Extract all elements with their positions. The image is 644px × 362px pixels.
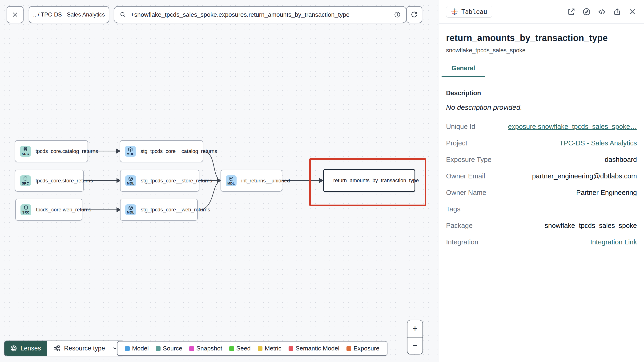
canvas-toolbar: Lenses Resource type <box>4 340 124 356</box>
resource-type-legend: Model Source Snapshot Seed Metric Semant… <box>117 341 388 356</box>
model-badge: MDL <box>125 146 136 157</box>
legend-swatch <box>189 346 194 351</box>
details-panel-header: Tableau <box>439 0 644 24</box>
legend-swatch <box>258 346 262 351</box>
legend-item: Exposure <box>346 345 380 352</box>
search-icon <box>119 11 126 18</box>
node-label: int_returns__unioned <box>241 178 290 184</box>
tableau-integration-chip: Tableau <box>446 6 492 18</box>
node-label: tpcds_core.store_returns <box>36 178 93 184</box>
node-label: stg_tpcds_core__web_returns <box>141 207 210 213</box>
project-link[interactable]: TPC-DS - Sales Analytics <box>560 139 637 147</box>
resource-package-subtitle: snowflake_tpcds_sales_spoke <box>446 47 637 54</box>
resource-title: return_amounts_by_transaction_type <box>446 33 637 43</box>
field-row-exposure-type: Exposure Type dashboard <box>446 156 637 163</box>
legend-item: Snapshot <box>189 345 222 352</box>
source-badge: SRC <box>20 175 31 186</box>
resource-type-dropdown[interactable]: Resource type <box>46 341 124 356</box>
field-row-package: Package snowflake_tpcds_sales_spoke <box>446 222 637 230</box>
legend-swatch <box>125 346 130 351</box>
node-source-web-returns[interactable]: SRC tpcds_core.web_returns <box>15 199 82 221</box>
share-icon[interactable] <box>613 7 622 16</box>
resource-type-icon <box>53 345 60 352</box>
breadcrumb-label: .. / TPC-DS - Sales Analytics <box>33 11 105 18</box>
lineage-search-bar <box>114 6 406 23</box>
close-panel-icon[interactable] <box>628 7 637 16</box>
cube-icon <box>128 205 133 211</box>
source-badge: SRC <box>20 146 31 157</box>
resource-type-label: Resource type <box>64 345 105 352</box>
node-label: tpcds_core.web_returns <box>36 207 91 213</box>
cube-icon <box>128 176 133 182</box>
node-label: stg_tpcds_core__store_returns <box>141 178 212 184</box>
model-badge: MDL <box>125 204 136 215</box>
node-exposure-return-amounts[interactable]: return_amounts_by_transaction_type <box>323 169 415 192</box>
node-model-int-returns-unioned[interactable]: MDL int_returns__unioned <box>220 170 282 192</box>
lenses-button[interactable]: Lenses <box>4 341 46 356</box>
search-input[interactable] <box>131 11 394 18</box>
database-icon <box>23 205 28 211</box>
cube-icon <box>228 176 234 182</box>
aperture-icon <box>10 345 17 352</box>
field-row-unique-id: Unique Id exposure.snowflake_tpcds_sales… <box>446 123 637 131</box>
legend-swatch <box>156 346 160 351</box>
database-icon <box>23 176 28 182</box>
field-row-owner-email: Owner Email partner_engineering@dbtlabs.… <box>446 172 637 180</box>
legend-item: Model <box>125 345 149 352</box>
zoom-out-button[interactable]: − <box>408 337 422 354</box>
tableau-icon <box>451 8 458 15</box>
close-icon <box>12 11 18 18</box>
legend-swatch <box>229 346 234 351</box>
field-row-owner-name: Owner Name Partner Engineering <box>446 189 637 197</box>
panel-actions <box>567 7 637 16</box>
tab-general[interactable]: General <box>442 65 485 77</box>
legend-item: Semantic Model <box>288 345 340 352</box>
node-source-catalog-returns[interactable]: SRC tpcds_core.catalog_returns <box>15 140 88 162</box>
legend-swatch <box>288 346 293 351</box>
node-model-stg-catalog-returns[interactable]: MDL stg_tpcds_core__catalog_returns <box>120 140 203 162</box>
node-label: stg_tpcds_core__catalog_returns <box>140 148 217 154</box>
dbt-explorer-app: SRC tpcds_core.catalog_returns SRC tpcds… <box>0 0 644 362</box>
field-row-integration: Integration Integration Link <box>446 238 637 246</box>
metadata-fields: Unique Id exposure.snowflake_tpcds_sales… <box>446 123 637 246</box>
cube-icon <box>128 147 133 152</box>
node-model-stg-store-returns[interactable]: MDL stg_tpcds_core__store_returns <box>120 170 199 192</box>
legend-item: Seed <box>229 345 251 352</box>
panel-tabs: General <box>446 65 637 77</box>
refresh-lineage-button[interactable] <box>406 6 422 23</box>
explore-compass-icon[interactable] <box>582 7 591 16</box>
field-row-tags: Tags <box>446 205 637 213</box>
legend-item: Source <box>156 345 182 352</box>
description-heading: Description <box>446 90 637 97</box>
node-label: tpcds_core.catalog_returns <box>36 148 98 154</box>
lenses-label: Lenses <box>20 345 41 352</box>
details-panel-body: return_amounts_by_transaction_type snowf… <box>439 33 644 246</box>
integration-link[interactable]: Integration Link <box>590 238 637 246</box>
node-label: return_amounts_by_transaction_type <box>333 177 419 184</box>
canvas-zoom-controls: + − <box>407 320 423 354</box>
open-in-new-icon[interactable] <box>567 7 576 16</box>
node-model-stg-web-returns[interactable]: MDL stg_tpcds_core__web_returns <box>120 199 198 221</box>
description-empty-text: No description provided. <box>446 103 637 111</box>
zoom-in-button[interactable]: + <box>408 320 422 337</box>
node-source-store-returns[interactable]: SRC tpcds_core.store_returns <box>15 170 84 192</box>
info-icon[interactable] <box>394 11 401 18</box>
code-icon[interactable] <box>598 7 606 16</box>
legend-swatch <box>346 346 351 351</box>
field-row-project: Project TPC-DS - Sales Analytics <box>446 139 637 147</box>
refresh-icon <box>410 11 418 18</box>
legend-item: Metric <box>258 345 282 352</box>
close-lineage-button[interactable] <box>6 6 24 23</box>
unique-id-link[interactable]: exposure.snowflake_tpcds_sales_spoke… <box>508 123 637 131</box>
details-panel: Tableau <box>439 0 644 362</box>
breadcrumb[interactable]: .. / TPC-DS - Sales Analytics <box>29 6 109 23</box>
database-icon <box>23 147 28 152</box>
source-badge: SRC <box>20 204 31 215</box>
lineage-canvas[interactable]: SRC tpcds_core.catalog_returns SRC tpcds… <box>0 0 439 362</box>
model-badge: MDL <box>226 175 236 186</box>
model-badge: MDL <box>125 175 136 186</box>
integration-chip-label: Tableau <box>461 8 487 15</box>
